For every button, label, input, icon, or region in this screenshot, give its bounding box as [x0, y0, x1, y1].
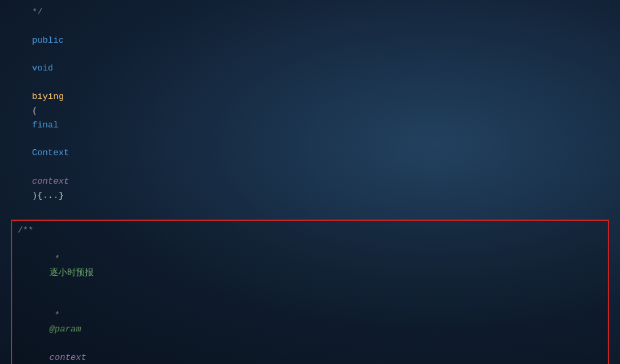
chinese-text: 逐小时预报: [50, 268, 94, 278]
comment-param-context: * @param context: [18, 294, 602, 364]
comment-asterisk2: *: [50, 310, 65, 320]
class-context: Context: [32, 148, 69, 158]
comment-line-open: /**: [18, 224, 602, 238]
param-tag-context: @param: [50, 324, 81, 334]
paren-close-etc: ){...}: [32, 190, 64, 201]
param-context-label: context: [50, 352, 87, 363]
paren-open: (: [32, 106, 37, 116]
line-before-block: */: [11, 5, 609, 20]
keyword-void: void: [32, 63, 53, 73]
param-context-biying: context: [32, 176, 69, 186]
space1: [32, 49, 37, 60]
comment-line-chinese: * 逐小时预报: [18, 238, 602, 294]
space4: [32, 162, 37, 172]
space2: [32, 77, 37, 87]
highlighted-code-block: /** * 逐小时预报 * @param context * @param lo…: [11, 220, 609, 364]
code-editor: */ public void biying ( final Context co…: [0, 0, 620, 364]
keyword-public: public: [32, 35, 64, 45]
method-biying: biying: [32, 92, 64, 102]
comment-asterisk1: *: [50, 254, 65, 264]
space3: [32, 134, 37, 144]
line-biying: public void biying ( final Context conte…: [11, 20, 609, 217]
keyword-final: final: [32, 120, 58, 130]
space-param: [50, 338, 55, 348]
